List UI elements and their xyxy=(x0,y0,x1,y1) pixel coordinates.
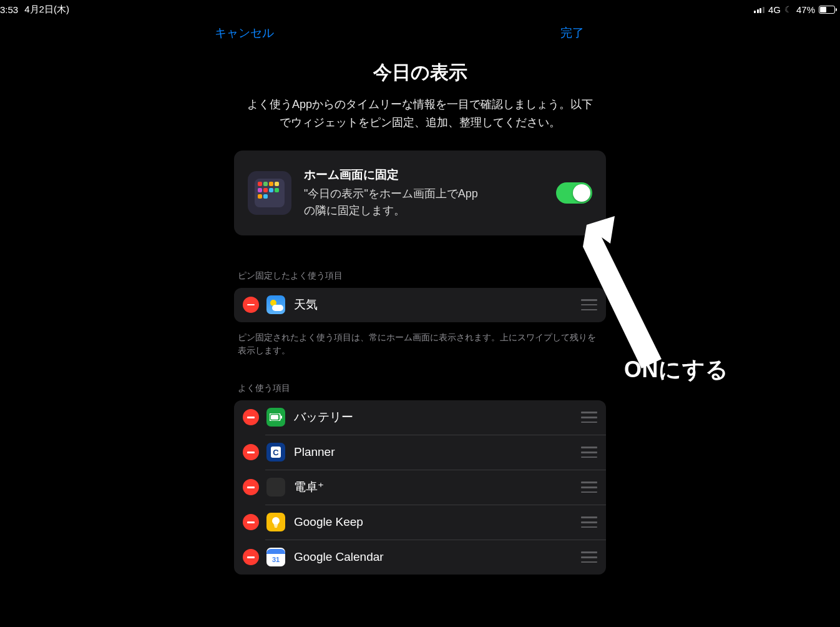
remove-button[interactable] xyxy=(243,409,259,425)
pinned-section-footer: ピン固定されたよく使う項目は、常にホーム画面に表示されます。上にスワイプして残り… xyxy=(234,331,606,358)
svg-rect-14 xyxy=(274,526,278,527)
svg-rect-8 xyxy=(275,188,279,192)
widgets-icon xyxy=(248,171,291,215)
remove-button[interactable] xyxy=(243,549,259,565)
svg-rect-6 xyxy=(263,188,268,192)
svg-rect-9 xyxy=(258,194,262,199)
list-item[interactable]: 電卓⁺ xyxy=(234,470,606,505)
reorder-handle-icon[interactable] xyxy=(581,447,597,458)
svg-rect-10 xyxy=(263,194,268,199)
reorder-handle-icon[interactable] xyxy=(581,412,597,423)
svg-rect-2 xyxy=(263,182,268,186)
network-label: 4G xyxy=(768,4,781,15)
list-item[interactable]: C Planner xyxy=(234,435,606,470)
cancel-button[interactable]: キャンセル xyxy=(215,25,274,41)
pinned-list: 天気 xyxy=(234,288,606,322)
pin-card-title: ホーム画面に固定 xyxy=(304,167,544,183)
battery-app-icon xyxy=(266,408,285,427)
svg-rect-3 xyxy=(269,182,273,186)
pin-to-home-card: ホーム画面に固定 "今日の表示"をホーム画面上でApp の隣に固定します。 xyxy=(234,151,606,235)
svg-rect-1 xyxy=(258,182,262,186)
remove-button[interactable] xyxy=(243,444,259,460)
status-date: 4月2日(木) xyxy=(24,4,69,16)
remove-button[interactable] xyxy=(243,297,259,313)
pin-to-home-toggle[interactable] xyxy=(556,182,592,204)
reorder-handle-icon[interactable] xyxy=(581,481,597,493)
weather-icon xyxy=(266,295,285,314)
list-item[interactable]: バッテリー xyxy=(234,400,606,435)
cellular-signal-icon xyxy=(754,6,764,13)
google-keep-app-icon xyxy=(266,513,285,531)
modal-header: キャンセル 完了 xyxy=(0,17,840,49)
reorder-handle-icon[interactable] xyxy=(581,551,597,563)
status-time: 3:53 xyxy=(0,4,18,15)
list-item[interactable]: Google Keep xyxy=(234,505,606,540)
list-item-label: Planner xyxy=(294,445,581,459)
battery-percent: 47% xyxy=(796,4,815,15)
battery-icon xyxy=(819,6,835,14)
remove-button[interactable] xyxy=(243,514,259,530)
do-not-disturb-icon: ☾ xyxy=(784,4,793,14)
page-subtitle: よく使うAppからのタイムリーな情報を一目で確認しましょう。以下でウィジェットを… xyxy=(245,96,595,132)
favorites-section-header: よく使う項目 xyxy=(234,383,606,394)
list-item-label: Google Calendar xyxy=(294,550,581,564)
list-item[interactable]: 31 Google Calendar xyxy=(234,540,606,575)
google-calendar-app-icon: 31 xyxy=(266,548,285,566)
planner-app-icon: C xyxy=(266,443,285,462)
list-item-label: 天気 xyxy=(294,297,581,313)
done-button[interactable]: 完了 xyxy=(560,25,584,41)
favorites-list: バッテリー C Planner 電卓⁺ Google Keep xyxy=(234,400,606,575)
svg-rect-4 xyxy=(275,182,279,186)
calculator-app-icon xyxy=(266,478,285,496)
svg-rect-13 xyxy=(281,416,282,419)
reorder-handle-icon[interactable] xyxy=(581,299,597,310)
svg-rect-12 xyxy=(271,415,278,420)
list-item-label: 電卓⁺ xyxy=(294,479,581,495)
svg-rect-15 xyxy=(275,527,277,528)
page-title: 今日の表示 xyxy=(373,60,467,86)
list-item-label: バッテリー xyxy=(294,409,581,425)
svg-rect-7 xyxy=(269,188,273,192)
annotation-label: ONにする xyxy=(624,355,729,385)
remove-button[interactable] xyxy=(243,479,259,495)
pinned-section-header: ピン固定したよく使う項目 xyxy=(234,270,606,282)
pin-card-desc: "今日の表示"をホーム画面上でApp の隣に固定します。 xyxy=(304,185,544,219)
reorder-handle-icon[interactable] xyxy=(581,516,597,528)
status-bar: 3:53 4月2日(木) 4G ☾ 47% xyxy=(0,0,840,17)
list-item-label: Google Keep xyxy=(294,515,581,529)
list-item[interactable]: 天気 xyxy=(234,288,606,322)
svg-rect-5 xyxy=(258,188,262,192)
